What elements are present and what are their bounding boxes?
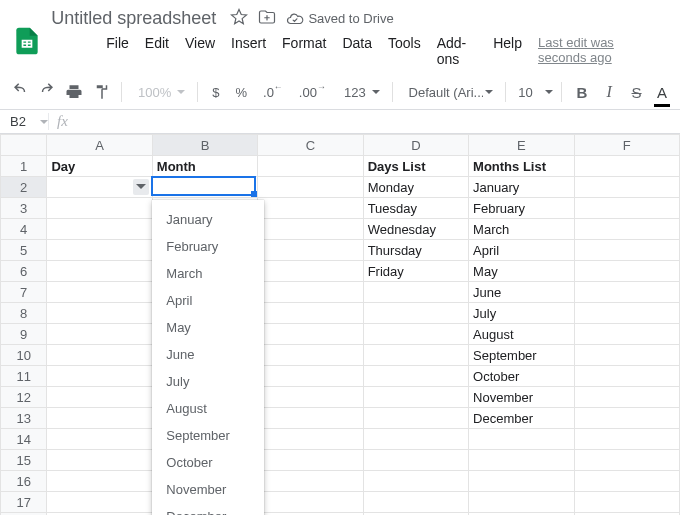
row-header-9[interactable]: 9 (1, 324, 47, 345)
redo-button[interactable] (35, 79, 58, 105)
cell-A8[interactable] (47, 303, 152, 324)
cell-A1[interactable]: Day (47, 156, 152, 177)
cell-F11[interactable] (574, 366, 680, 387)
cell-F4[interactable] (574, 219, 680, 240)
cell-A12[interactable] (47, 387, 152, 408)
percent-button[interactable]: % (229, 79, 253, 105)
decrease-decimal-button[interactable]: .0← (257, 79, 289, 105)
cell-A6[interactable] (47, 261, 152, 282)
cell-C8[interactable] (258, 303, 363, 324)
row-header-2[interactable]: 2 (1, 177, 47, 198)
cell-F17[interactable] (574, 492, 680, 513)
cell-E5[interactable]: April (469, 240, 574, 261)
number-format-select[interactable]: 123 (336, 79, 384, 105)
cell-F10[interactable] (574, 345, 680, 366)
row-header-13[interactable]: 13 (1, 408, 47, 429)
cell-D14[interactable] (363, 429, 468, 450)
cell-C3[interactable] (258, 198, 363, 219)
cell-C11[interactable] (258, 366, 363, 387)
row-header-15[interactable]: 15 (1, 450, 47, 471)
paint-format-button[interactable] (90, 79, 113, 105)
cell-D15[interactable] (363, 450, 468, 471)
cell-A4[interactable] (47, 219, 152, 240)
formula-bar[interactable] (76, 110, 680, 133)
dropdown-option[interactable]: May (152, 314, 263, 341)
cell-A7[interactable] (47, 282, 152, 303)
cell-D6[interactable]: Friday (363, 261, 468, 282)
cell-F12[interactable] (574, 387, 680, 408)
move-icon[interactable] (258, 8, 276, 29)
star-icon[interactable] (230, 8, 248, 29)
cell-D12[interactable] (363, 387, 468, 408)
cell-E11[interactable]: October (469, 366, 574, 387)
cell-D17[interactable] (363, 492, 468, 513)
dropdown-option[interactable]: March (152, 260, 263, 287)
col-header-B[interactable]: B (152, 135, 257, 156)
menu-format[interactable]: Format (275, 31, 333, 71)
dropdown-option[interactable]: June (152, 341, 263, 368)
cell-E12[interactable]: November (469, 387, 574, 408)
cell-F8[interactable] (574, 303, 680, 324)
font-select[interactable]: Default (Ari... (401, 79, 497, 105)
cell-E2[interactable]: January (469, 177, 574, 198)
cell-A10[interactable] (47, 345, 152, 366)
cell-C9[interactable] (258, 324, 363, 345)
dropdown-option[interactable]: September (152, 422, 263, 449)
cell-E10[interactable]: September (469, 345, 574, 366)
row-header-4[interactable]: 4 (1, 219, 47, 240)
col-header-A[interactable]: A (47, 135, 152, 156)
menu-help[interactable]: Help (486, 31, 529, 71)
cell-E8[interactable]: July (469, 303, 574, 324)
italic-button[interactable]: I (598, 79, 621, 105)
cell-D9[interactable] (363, 324, 468, 345)
cell-E7[interactable]: June (469, 282, 574, 303)
cell-A13[interactable] (47, 408, 152, 429)
menu-edit[interactable]: Edit (138, 31, 176, 71)
cell-A17[interactable] (47, 492, 152, 513)
row-header-1[interactable]: 1 (1, 156, 47, 177)
cell-C16[interactable] (258, 471, 363, 492)
cell-E16[interactable] (469, 471, 574, 492)
dropdown-option[interactable]: July (152, 368, 263, 395)
menu-insert[interactable]: Insert (224, 31, 273, 71)
col-header-E[interactable]: E (469, 135, 574, 156)
cell-F3[interactable] (574, 198, 680, 219)
row-header-8[interactable]: 8 (1, 303, 47, 324)
cell-E4[interactable]: March (469, 219, 574, 240)
cell-E17[interactable] (469, 492, 574, 513)
cell-A14[interactable] (47, 429, 152, 450)
cell-A16[interactable] (47, 471, 152, 492)
col-header-C[interactable]: C (258, 135, 363, 156)
dropdown-option[interactable]: November (152, 476, 263, 503)
cell-C6[interactable] (258, 261, 363, 282)
cell-C5[interactable] (258, 240, 363, 261)
row-header-11[interactable]: 11 (1, 366, 47, 387)
menu-data[interactable]: Data (335, 31, 379, 71)
cell-F6[interactable] (574, 261, 680, 282)
row-header-12[interactable]: 12 (1, 387, 47, 408)
cell-E13[interactable]: December (469, 408, 574, 429)
cell-D3[interactable]: Tuesday (363, 198, 468, 219)
col-header-D[interactable]: D (363, 135, 468, 156)
menu-tools[interactable]: Tools (381, 31, 428, 71)
row-header-17[interactable]: 17 (1, 492, 47, 513)
select-all-corner[interactable] (1, 135, 47, 156)
cell-C10[interactable] (258, 345, 363, 366)
cell-F5[interactable] (574, 240, 680, 261)
row-header-14[interactable]: 14 (1, 429, 47, 450)
cell-C2[interactable] (258, 177, 363, 198)
zoom-select[interactable]: 100% (130, 79, 189, 105)
cell-F16[interactable] (574, 471, 680, 492)
menu-file[interactable]: File (99, 31, 136, 71)
print-button[interactable] (63, 79, 86, 105)
cell-F15[interactable] (574, 450, 680, 471)
row-header-3[interactable]: 3 (1, 198, 47, 219)
cell-C4[interactable] (258, 219, 363, 240)
cell-D5[interactable]: Thursday (363, 240, 468, 261)
cell-E1[interactable]: Months List (469, 156, 574, 177)
cell-E6[interactable]: May (469, 261, 574, 282)
cell-C12[interactable] (258, 387, 363, 408)
cell-E3[interactable]: February (469, 198, 574, 219)
col-header-F[interactable]: F (574, 135, 680, 156)
cell-A9[interactable] (47, 324, 152, 345)
